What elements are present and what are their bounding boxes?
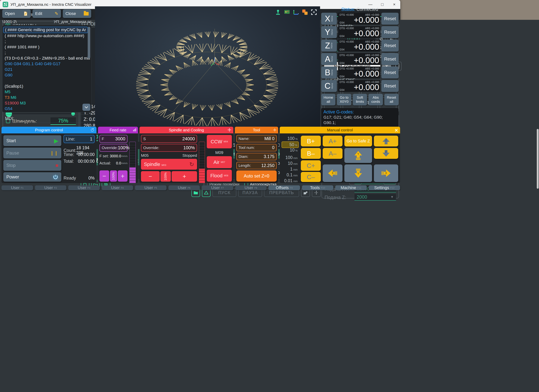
spindle-minus-button[interactable]: − bbox=[141, 171, 160, 182]
feed-100pct-button[interactable]: 100% bbox=[110, 170, 117, 182]
feed-rate-header: Feed rate bbox=[110, 128, 126, 132]
axis-home-button-Y[interactable]: YHome bbox=[321, 26, 337, 38]
editor-scrollbar[interactable] bbox=[88, 27, 90, 58]
fkey-f12-button[interactable]: SettingsF12 bbox=[369, 185, 400, 190]
display-colors-icon[interactable] bbox=[284, 9, 290, 16]
a-minus-button[interactable]: A– bbox=[323, 148, 342, 159]
feed-f-field[interactable]: F3000 bbox=[100, 135, 128, 143]
fkey-f8-button[interactable]: UserF8 bbox=[235, 185, 267, 190]
jog-y-plus-button[interactable]: Y bbox=[344, 148, 372, 163]
line-field[interactable]: Line:1 bbox=[63, 135, 95, 143]
axis-action-button[interactable]: Home all bbox=[321, 94, 335, 105]
tool-field[interactable]: Length:12.250 bbox=[236, 162, 277, 169]
axis-action-button[interactable]: Soft limits bbox=[353, 94, 367, 105]
c-plus-button[interactable]: C+ bbox=[301, 160, 321, 171]
fkey-f1-button[interactable]: UserF1 bbox=[1, 185, 33, 190]
pause-button[interactable]: Pause❙❙ bbox=[3, 148, 61, 158]
gcode-line: ; bbox=[5, 39, 91, 44]
gcode-line: ( #### 1001 #### ) bbox=[5, 44, 91, 50]
axis-home-button-A[interactable]: AHome bbox=[321, 53, 337, 65]
gcode-line bbox=[5, 78, 91, 84]
fkey-f2-button[interactable]: UserF2 bbox=[35, 185, 67, 190]
axis-home-button-Z[interactable]: ZHome bbox=[321, 40, 337, 52]
air-button[interactable]: Air M07 bbox=[207, 156, 232, 168]
flood-button[interactable]: Flood M08 bbox=[207, 170, 232, 182]
spindle-plus-button[interactable]: + bbox=[172, 171, 197, 182]
spindle-cooling-header: Spindle and Cooling bbox=[169, 128, 204, 132]
spindle-100pct-button[interactable]: 100% bbox=[160, 171, 171, 182]
b-minus-button[interactable]: B– bbox=[301, 148, 321, 159]
a-plus-button[interactable]: A+ bbox=[323, 136, 342, 147]
manual-close-icon[interactable]: ✕ bbox=[395, 128, 398, 133]
gcode-editor[interactable]: ( #### Generic milling post for myCNC by… bbox=[2, 25, 91, 112]
joystick-icon[interactable] bbox=[275, 9, 281, 16]
axis-home-button-B[interactable]: BHome bbox=[321, 67, 337, 78]
reload-icon[interactable] bbox=[90, 128, 95, 133]
ccw-button[interactable]: CCW M04 bbox=[207, 135, 232, 148]
tool-field[interactable]: Name:Mill 0 bbox=[236, 135, 277, 142]
tool-field[interactable]: Diam:3.175 bbox=[236, 153, 277, 160]
axis-action-button[interactable]: Go to X0Y0 bbox=[337, 94, 351, 105]
edit-button[interactable]: Edit ✎ bbox=[33, 9, 61, 18]
fkey-f5-button[interactable]: UserF5 bbox=[135, 185, 167, 190]
axis-value-Y: DTG +0.000G54ABS +0.000+0.000 bbox=[338, 26, 380, 38]
axis-reset-button-B[interactable]: Reset bbox=[381, 67, 399, 78]
pm-3d-viewport[interactable] bbox=[95, 6, 320, 133]
axis-reset-button-A[interactable]: Reset bbox=[381, 53, 399, 65]
mdi-input[interactable]: MDI: bbox=[2, 114, 91, 123]
fullscreen-icon[interactable] bbox=[311, 9, 317, 16]
auto-set-z0-button[interactable]: Auto set Z=0 bbox=[236, 170, 277, 182]
axis-reset-button-X[interactable]: Reset bbox=[381, 13, 399, 25]
gcode-line[interactable]: ( #### Generic milling post for myCNC by… bbox=[3, 27, 88, 33]
fkey-f9-button[interactable]: OffsetsF9 bbox=[269, 185, 300, 190]
spindle-s-field[interactable]: S24000 bbox=[141, 135, 197, 143]
axis-action-button[interactable]: Abs cords bbox=[369, 94, 383, 105]
fkey-f11-button[interactable]: MachineF11 bbox=[335, 185, 367, 190]
feed-override-field[interactable]: Override:100% bbox=[100, 144, 128, 152]
jog-step-option[interactable]: 0.01 mm bbox=[282, 178, 299, 183]
c-minus-button[interactable]: C– bbox=[301, 172, 321, 182]
spindle-on-button[interactable]: Spindle M03 ↻ bbox=[141, 159, 197, 170]
jog-x-minus-button[interactable]: X bbox=[323, 164, 342, 182]
axis-home-button-C[interactable]: CHome bbox=[321, 80, 337, 92]
scroll-down-icon[interactable] bbox=[82, 104, 90, 111]
power-button[interactable]: Power bbox=[3, 172, 61, 182]
feed-minus-button[interactable]: − bbox=[100, 170, 109, 182]
jog-step-option[interactable]: 1 mm bbox=[282, 166, 299, 172]
start-button[interactable]: Start▶ bbox=[3, 135, 61, 146]
go-to-safe-z-button[interactable]: Go to Safe Z bbox=[344, 136, 372, 147]
jog-z-plus-button[interactable]: Z bbox=[374, 136, 398, 147]
jog-step-option[interactable]: 0.1 mm bbox=[282, 172, 299, 178]
jog-step-option[interactable]: 100 % bbox=[282, 136, 299, 141]
spindle-rotate-icon: ↻ bbox=[189, 161, 194, 167]
fkey-f7-button[interactable]: UserF7 bbox=[202, 185, 233, 190]
axis-reset-button-Y[interactable]: Reset bbox=[381, 26, 399, 38]
axis-reset-button-C[interactable]: Reset bbox=[381, 80, 399, 92]
feed-plus-button[interactable]: + bbox=[118, 170, 128, 182]
fkey-f6-button[interactable]: UserF6 bbox=[168, 185, 200, 190]
close-file-button[interactable]: Close bbox=[63, 9, 91, 18]
jog-z-minus-button[interactable]: Z bbox=[374, 148, 398, 159]
gcode-line: ; bbox=[5, 50, 91, 56]
axis-action-button[interactable]: Reset all bbox=[384, 94, 399, 105]
jog-step-option[interactable]: 50 % bbox=[282, 141, 299, 148]
open-button[interactable]: Open bbox=[2, 9, 31, 18]
jog-step-option[interactable]: 10 % bbox=[282, 147, 299, 153]
fkey-f4-button[interactable]: UserF4 bbox=[102, 185, 133, 190]
axis-reset-button-Z[interactable]: Reset bbox=[381, 40, 399, 52]
axis-home-button-X[interactable]: XHome bbox=[321, 13, 337, 25]
jog-x-plus-button[interactable]: X bbox=[374, 164, 398, 182]
axes-icon[interactable] bbox=[293, 9, 299, 16]
jog-step-option[interactable]: 100 mm bbox=[282, 155, 299, 161]
fkey-f10-button[interactable]: ToolsF10 bbox=[302, 185, 333, 190]
swap-view-icon[interactable] bbox=[302, 9, 308, 16]
jog-step-option[interactable]: 10 mm bbox=[282, 161, 299, 166]
tool-panel: Tool✛ Name:Mill 0Tool num:0Diam:3.175Len… bbox=[235, 127, 278, 183]
b-plus-button[interactable]: B+ bbox=[301, 136, 321, 147]
jog-y-minus-button[interactable]: Y bbox=[344, 164, 372, 182]
pause-icon: ❙❙ bbox=[50, 150, 58, 156]
tool-field[interactable]: Tool num:0 bbox=[236, 144, 277, 151]
spindle-override-field[interactable]: Override:100% bbox=[141, 144, 197, 152]
stop-button[interactable]: Stop■ bbox=[3, 160, 61, 171]
fkey-f3-button[interactable]: UserF3 bbox=[68, 185, 100, 190]
